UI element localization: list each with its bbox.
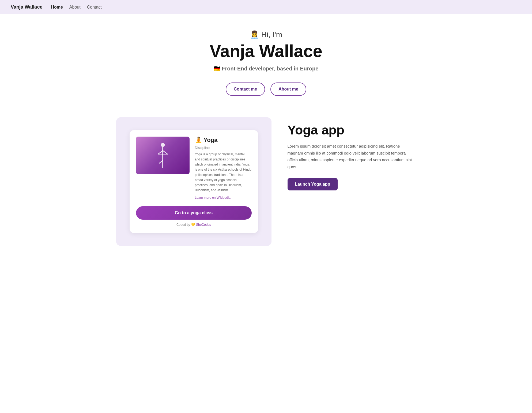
yoga-card-footer-text: Coded by [176,223,190,227]
svg-line-3 [163,151,168,154]
yoga-card-description: Yoga is a group of physical, mental, and… [195,152,252,193]
yoga-card-footer-emoji: 💛 [191,223,196,227]
yoga-silhouette-icon [155,142,171,171]
svg-point-0 [161,143,165,147]
about-me-button[interactable]: About me [270,82,306,96]
yoga-card-footer: Coded by 💛 SheCodes [136,223,252,227]
yoga-card-wiki-link[interactable]: Learn more on Wikipedia [195,196,231,200]
nav-links: Home About Contact [51,5,101,10]
project-section: 🧘 Yoga Discipline Yoga is a group of phy… [105,107,427,262]
project-title: Yoga app [288,123,416,137]
contact-me-button[interactable]: Contact me [226,82,265,96]
hero-buttons: Contact me About me [5,82,527,96]
app-preview-container: 🧘 Yoga Discipline Yoga is a group of phy… [116,117,271,246]
yoga-card-info: 🧘 Yoga Discipline Yoga is a group of phy… [195,137,252,200]
navbar: Vanja Wallace Home About Contact [0,0,532,14]
hero-section: 👩‍💼 Hi, I'm Vanja Wallace 🇩🇪 Front-End d… [0,14,532,107]
hero-name: Vanja Wallace [5,41,527,61]
nav-link-about[interactable]: About [69,5,81,10]
nav-link-home[interactable]: Home [51,5,63,10]
svg-line-6 [159,160,163,164]
svg-line-2 [158,151,163,154]
nav-brand[interactable]: Vanja Wallace [11,4,42,10]
yoga-card: 🧘 Yoga Discipline Yoga is a group of phy… [130,130,258,233]
yoga-card-image [136,137,190,174]
yoga-card-title: 🧘 Yoga [195,137,252,144]
hero-greeting: 👩‍💼 Hi, I'm [5,30,527,39]
project-description: Lorem ipsum dolor sit amet consectetur a… [288,143,416,170]
yoga-card-header: 🧘 Yoga Discipline Yoga is a group of phy… [136,137,252,200]
yoga-card-shecodes-link[interactable]: SheCodes [196,223,211,227]
nav-link-contact[interactable]: Contact [87,5,102,10]
project-info: Yoga app Lorem ipsum dolor sit amet cons… [288,117,416,190]
launch-yoga-app-button[interactable]: Launch Yoga app [288,178,338,190]
hero-subtitle: 🇩🇪 Front-End developer, based in Europe [5,65,527,72]
yoga-card-category: Discipline [195,146,252,150]
go-to-yoga-class-button[interactable]: Go to a yoga class [136,206,252,220]
